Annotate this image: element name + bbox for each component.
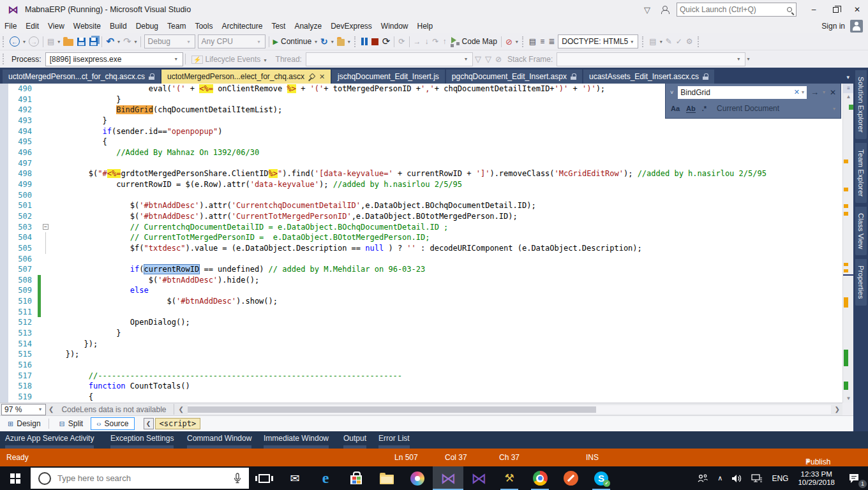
- tool-tab-solution-explorer[interactable]: Solution Explorer: [855, 70, 867, 139]
- menu-edit[interactable]: Edit: [21, 20, 43, 33]
- menu-architecture[interactable]: Architecture: [217, 20, 267, 33]
- menu-debug[interactable]: Debug: [131, 20, 163, 33]
- user-avatar[interactable]: [850, 20, 863, 33]
- show-hidden-icons-chevron[interactable]: ∧: [713, 466, 727, 490]
- format-selection-button[interactable]: ≣: [546, 34, 557, 48]
- find-input-box[interactable]: ✕ ▾: [678, 86, 807, 99]
- regex-toggle[interactable]: .*: [702, 105, 707, 112]
- indicator-margin[interactable]: [0, 381, 8, 392]
- redo-button[interactable]: ↷: [121, 34, 133, 48]
- format-document-button[interactable]: ≡: [538, 34, 546, 48]
- code-line[interactable]: 504 // CurrentTotMergedPersonID = e.Data…: [0, 232, 842, 243]
- breakpoints-dropdown[interactable]: ▾: [514, 39, 520, 45]
- scroll-up-arrow[interactable]: ▲: [843, 94, 854, 100]
- menu-team[interactable]: Team: [163, 20, 190, 33]
- microphone-icon[interactable]: [234, 473, 241, 484]
- taskbar-clock[interactable]: 12:33 PM 10/29/2018: [793, 470, 840, 487]
- taskbar-app-mail[interactable]: ✉: [280, 466, 310, 490]
- scroll-down-arrow[interactable]: ▼: [843, 396, 854, 401]
- toolbar-grip[interactable]: [354, 36, 357, 47]
- splitter-handle[interactable]: ≡: [843, 84, 854, 93]
- code-line[interactable]: 514 });: [0, 339, 842, 350]
- indicator-margin[interactable]: [0, 222, 8, 233]
- document-tab[interactable]: uctotMergedPerson...elect_for_chq.ascx✕: [161, 70, 331, 84]
- taskbar-app-orange-tool[interactable]: [555, 466, 586, 490]
- quick-launch-box[interactable]: [677, 3, 797, 17]
- menu-file[interactable]: File: [0, 20, 21, 33]
- codelens-chevron-icon[interactable]: ❮: [46, 406, 56, 413]
- indicator-margin[interactable]: [0, 168, 8, 179]
- navigate-back-dropdown[interactable]: ▾: [22, 39, 27, 45]
- code-line[interactable]: 512 OpenDialog();: [0, 317, 842, 328]
- document-tab[interactable]: uctotMergedPerson...ct_for_chq.ascx.cs: [3, 70, 160, 84]
- indicator-margin[interactable]: [0, 94, 8, 105]
- indicator-margin[interactable]: [0, 349, 8, 360]
- continue-button[interactable]: ▶Continue: [271, 34, 314, 48]
- debugbar-overflow[interactable]: ▾: [745, 56, 751, 62]
- document-tab[interactable]: ucastAssets_Edit_Insert.ascx.cs: [583, 70, 714, 84]
- indicator-margin[interactable]: [0, 285, 8, 296]
- editor-zoom-dropdown[interactable]: 97 %▾: [1, 404, 46, 415]
- step-over-button[interactable]: ↓: [423, 34, 431, 48]
- new-file-button[interactable]: ▤: [45, 34, 56, 48]
- taskbar-search-input[interactable]: [57, 473, 234, 483]
- code-line[interactable]: 518 function CountTotals(): [0, 381, 842, 392]
- match-case-toggle[interactable]: Aa: [671, 105, 680, 112]
- scroll-right-arrow[interactable]: ❯: [832, 406, 842, 413]
- code-line[interactable]: 516: [0, 360, 842, 371]
- code-line[interactable]: 495 {: [0, 137, 842, 147]
- indicator-margin[interactable]: [0, 371, 8, 382]
- toolbar-overflow[interactable]: ▾: [347, 39, 352, 45]
- code-line[interactable]: 510 $('#btnAddDesc').show();: [0, 296, 842, 307]
- settings-button[interactable]: ⚙: [684, 34, 695, 48]
- indicator-margin[interactable]: [0, 264, 8, 275]
- code-line[interactable]: 508 $('#btnAddDesc').hide();: [0, 275, 842, 286]
- step-into-button[interactable]: →: [412, 34, 423, 48]
- menu-test[interactable]: Test: [267, 20, 290, 33]
- navigate-backward-button[interactable]: ←: [8, 34, 22, 48]
- people-button[interactable]: [692, 466, 713, 490]
- indicator-margin[interactable]: [0, 200, 8, 211]
- continue-dropdown[interactable]: ▾: [313, 39, 318, 45]
- menu-devexpress[interactable]: DevExpress: [326, 20, 377, 33]
- horizontal-scrollbar[interactable]: [188, 405, 831, 414]
- whole-word-toggle[interactable]: Ab: [686, 105, 696, 113]
- menu-window[interactable]: Window: [377, 20, 413, 33]
- indicator-margin[interactable]: [0, 84, 8, 94]
- toolbar-grip[interactable]: [698, 36, 700, 47]
- edit-button[interactable]: ✎: [664, 34, 674, 48]
- toolbar-grip[interactable]: [3, 36, 5, 47]
- tool-tab-team-explorer[interactable]: Team Explorer: [855, 143, 867, 203]
- title-bar[interactable]: ⋈ MabnaERP (Running) - Microsoft Visual …: [0, 0, 868, 19]
- new-file-dropdown[interactable]: ▾: [56, 39, 61, 45]
- horizontal-scroll-thumb[interactable]: [188, 406, 596, 413]
- document-list-dropdown[interactable]: ▾: [846, 74, 849, 80]
- redo-dropdown[interactable]: ▾: [133, 39, 138, 45]
- tool-tab-properties[interactable]: Properties: [855, 259, 867, 305]
- language-indicator[interactable]: ENG: [767, 466, 793, 490]
- task-view-button[interactable]: [249, 466, 280, 490]
- find-input[interactable]: [680, 88, 791, 97]
- code-line[interactable]: 505 $f("txtdesc").value = (e.DataObject.…: [0, 243, 842, 254]
- check-accessibility-button[interactable]: ✓: [674, 34, 684, 48]
- indicator-margin[interactable]: [0, 158, 8, 169]
- panel-tab-exception-settings[interactable]: Exception Settings: [110, 434, 174, 450]
- indicator-margin[interactable]: [0, 360, 8, 371]
- disable-breakpoints-button[interactable]: ⊘: [504, 34, 514, 48]
- break-all-button[interactable]: [359, 34, 370, 48]
- menu-website[interactable]: Website: [69, 20, 105, 33]
- taskbar-app-file-explorer[interactable]: [371, 466, 402, 490]
- thread-dropdown[interactable]: ▾: [306, 52, 473, 66]
- panel-tab-error-list[interactable]: Error List: [378, 434, 410, 450]
- code-editor[interactable]: 490 eval('(' + <%= onClientRemove %> + '…: [0, 84, 842, 403]
- code-map-button[interactable]: Code Map: [449, 34, 499, 48]
- refresh-dropdown[interactable]: ▾: [330, 39, 335, 45]
- toolbar-grip[interactable]: [3, 54, 5, 64]
- indicator-margin[interactable]: [0, 243, 8, 254]
- indicator-margin[interactable]: [0, 254, 8, 265]
- taskbar-app-paint3d[interactable]: [402, 466, 433, 490]
- menu-view[interactable]: View: [43, 20, 69, 33]
- close-tab-icon[interactable]: ✕: [319, 73, 325, 81]
- indicator-margin[interactable]: [0, 296, 8, 307]
- tag-navigator-current-tag[interactable]: <script>: [155, 418, 201, 429]
